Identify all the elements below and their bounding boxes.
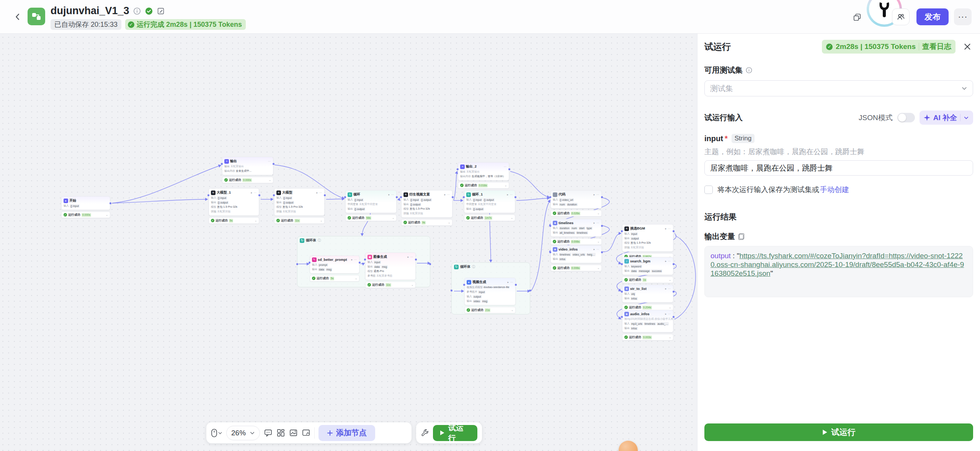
chevron-down-icon: ⌄ xyxy=(320,219,322,222)
node-actions[interactable]: ▸ ⋯ xyxy=(594,193,599,196)
node-status[interactable]: ✓ 运行成功 1s ⌄ xyxy=(622,277,673,283)
workflow-node-timelines[interactable]: ◈timelines▸ ⋯输入durationnumstarttype输出all… xyxy=(550,219,602,237)
success-check-icon: ✓ xyxy=(624,306,628,309)
info-icon[interactable] xyxy=(133,7,141,15)
workflow-node-image_gen[interactable]: ▣图像生成▸ ⋯输入input输出datamsg模型通用-Pro参考图未配置参考… xyxy=(365,252,416,280)
auto-layout-button[interactable] xyxy=(276,428,285,437)
workflow-node-output2[interactable]: ≡输出_2⋯输出未配置输出输出内容生成视频中，需等（1分钟） xyxy=(458,162,509,181)
node-status[interactable]: ✓ 运行成功 21s ⌄ xyxy=(464,307,516,313)
input-field[interactable]: 居家煮咖啡，晨跑在公园，跳爵士舞 xyxy=(704,160,973,176)
node-actions[interactable]: ▸ ⋯ xyxy=(508,281,513,284)
node-actions[interactable]: ▸ ⋯ xyxy=(389,193,394,196)
save-testset-checkbox[interactable] xyxy=(704,186,713,194)
node-actions[interactable]: ▸ ⋯ xyxy=(594,221,599,225)
workflow-node-sd_better_prompt[interactable]: ✎sd_better_prompt▸ ⋯输入prompt输出datamsg xyxy=(310,256,359,274)
node-status[interactable]: ✓ 运行成功 0.003s ⌄ xyxy=(622,334,673,340)
badge-divider xyxy=(919,43,919,50)
testset-select[interactable]: 测试集 xyxy=(704,80,973,96)
run-toolbar: 试运行 xyxy=(416,422,482,443)
node-actions[interactable]: ▸ ⋯ xyxy=(594,248,599,251)
collaborators-button[interactable] xyxy=(892,8,910,25)
more-button[interactable]: ··· xyxy=(954,8,972,25)
export-button[interactable] xyxy=(302,428,310,437)
cursor-mode-button[interactable] xyxy=(211,428,222,438)
layout-grid-icon xyxy=(276,428,285,437)
node-status[interactable]: ✓ 运行成功 0.000s ⌄ xyxy=(222,177,273,183)
node-actions[interactable]: ▸ ⋯ xyxy=(251,191,257,194)
node-status[interactable]: ✓ 运行成功 5s ⌄ xyxy=(310,275,359,282)
output-link[interactable]: https://ts.fyshark.com/#/cozeToJianyin?d… xyxy=(710,252,964,277)
export-image-button[interactable] xyxy=(289,428,298,437)
workflow-node-output1[interactable]: ≡输出⋯输出未配置输出输出内容全量生成中... xyxy=(222,157,273,175)
success-check-icon: ✓ xyxy=(276,219,280,222)
node-actions[interactable]: ⋯ xyxy=(268,160,271,163)
node-status[interactable]: ✓ 运行成功 58s ⌄ xyxy=(345,215,397,221)
workflow-node-llm1[interactable]: ✳大模型_1▸ ⋯输入{} input输出{} output模型豆包·1.5·P… xyxy=(209,188,259,216)
node-status[interactable]: ✓ 运行成功 1m7s ⌄ xyxy=(464,215,515,221)
manual-create-link[interactable]: 手动创建 xyxy=(820,185,849,195)
copy-icon[interactable] xyxy=(738,233,744,240)
status-duration: 0.006s xyxy=(571,266,580,270)
success-check-icon: ✓ xyxy=(624,278,628,282)
workflow-node-audio_infos[interactable]: ◈audio_infos▸ ⋯将mp3与时间轴信息合成-类似小助手工具格式化结果… xyxy=(622,310,673,332)
back-button[interactable] xyxy=(12,11,23,22)
node-actions[interactable]: ⋯ xyxy=(504,165,507,168)
node-actions[interactable]: ▸ ⋯ xyxy=(444,193,450,196)
chevron-down-icon: ⌄ xyxy=(255,219,257,222)
chevron-down-icon: ⌄ xyxy=(411,283,413,287)
node-status[interactable]: ✓ 运行成功 11s ⌄ xyxy=(274,217,325,224)
node-actions[interactable]: ▸ ⋯ xyxy=(665,227,671,230)
node-actions[interactable]: ▸ ⋯ xyxy=(665,313,671,316)
duplicate-icon[interactable] xyxy=(853,13,861,21)
workflow-node-loop[interactable]: ↻循环▸ ⋯输入{} input中间变量未配置中间变量输出{} output xyxy=(345,190,397,213)
node-actions[interactable]: ▸ ⋯ xyxy=(408,256,413,259)
chevron-down-icon: ⌄ xyxy=(505,184,507,187)
verified-check-icon xyxy=(145,7,153,15)
node-actions[interactable]: ▸ ⋯ xyxy=(351,258,357,261)
ai-complete-button[interactable]: AI 补全 xyxy=(920,111,973,125)
node-status[interactable]: ✓ 运行成功 9s ⌄ xyxy=(401,219,452,226)
node-status[interactable]: ✓ 运行成功 11s ⌄ xyxy=(365,282,416,288)
test-run-submit-button[interactable]: 试运行 xyxy=(704,423,973,441)
success-check-icon: ✓ xyxy=(312,277,315,280)
workflow-node-start[interactable]: ▸开始输入{} input xyxy=(61,196,110,210)
view-log-link[interactable]: 查看日志 xyxy=(922,42,951,52)
test-run-button[interactable]: 试运行 xyxy=(433,425,477,441)
debug-tools-button[interactable] xyxy=(421,429,429,437)
node-status[interactable]: ✓ 运行成功 0.016s ⌄ xyxy=(458,182,509,189)
run-complete-badge[interactable]: ✓ 运行完成 2m28s | 150375 Tokens xyxy=(125,19,246,30)
workflow-node-llm[interactable]: ✳大模型▸ ⋯输入{} input输出{} output模型豆包·1.5·Pro… xyxy=(274,188,325,216)
info-icon[interactable] xyxy=(745,67,753,74)
node-status[interactable]: ✓ 运行成功 0.026s ⌄ xyxy=(550,210,602,217)
node-actions[interactable]: ▸ ⋯ xyxy=(507,193,513,196)
output-icon: ≡ xyxy=(224,159,229,164)
workflow-node-video_gen[interactable]: ▸视频生成▸ ⋯视频生成模型doubao-seedance-lite参考图片in… xyxy=(464,278,516,305)
edit-icon[interactable] xyxy=(157,7,165,15)
zoom-select[interactable]: 26% xyxy=(226,426,260,440)
status-duration: 0.003s xyxy=(642,335,652,339)
node-actions[interactable]: ▸ ⋯ xyxy=(665,260,671,263)
json-mode-toggle[interactable] xyxy=(897,113,915,122)
node-status[interactable]: ✓ 运行成功 0.006s ⌄ xyxy=(550,265,602,271)
workflow-canvas[interactable]: ↻循环体ⓘ↻循环体ⓘ ▸开始输入{} input ✓ 运行成功 0.000s ⌄… xyxy=(0,0,697,451)
node-status[interactable]: ✓ 运行成功 0.006s ⌄ xyxy=(550,238,602,245)
node-actions[interactable]: ▸ ⋯ xyxy=(665,287,671,290)
chevron-left-icon xyxy=(12,11,23,22)
add-node-button[interactable]: 添加节点 xyxy=(318,425,375,441)
publish-button[interactable]: 发布 xyxy=(916,8,949,25)
workflow-node-video_infos[interactable]: ◈video_infos▸ ⋯输入timelinesvideo_urlsheig… xyxy=(550,245,602,263)
node-actions[interactable]: ▸ ⋯ xyxy=(317,191,322,194)
workflow-node-code[interactable]: 代码▸ ⋯输入{} video_url输出numduration xyxy=(550,190,602,208)
workflow-node-gen_copy[interactable]: ✳衍生视频文案▸ ⋯输入{} input{} output输出{} output… xyxy=(401,190,452,218)
node-status[interactable]: ✓ 运行成功 0.000s ⌄ xyxy=(61,212,110,218)
workflow-node-loop1[interactable]: ↻循环_1▸ ⋯输入{} input{} output中间变量未配置中间变量输出… xyxy=(464,190,515,213)
workflow-node-search_bgm[interactable]: ♪search_bgm▸ ⋯输入keyword输出datamessagesucc… xyxy=(622,257,673,275)
chevron-down-icon: ⌄ xyxy=(355,277,357,280)
comment-button[interactable] xyxy=(264,428,273,437)
image-icon xyxy=(289,428,298,437)
node-status[interactable]: ✓ 运行成功 5s ⌄ xyxy=(209,217,259,224)
workflow-node-pick_bgm[interactable]: ✳挑选BGM▸ ⋯输入input输出output模型豆包·1.5·Pro·32k… xyxy=(622,224,673,252)
close-panel-button[interactable] xyxy=(962,41,973,52)
chevron-down-icon: ⌄ xyxy=(106,213,108,217)
workflow-node-str_to_list[interactable]: ◈str_to_list▸ ⋯输入obj输出infos xyxy=(622,285,673,303)
